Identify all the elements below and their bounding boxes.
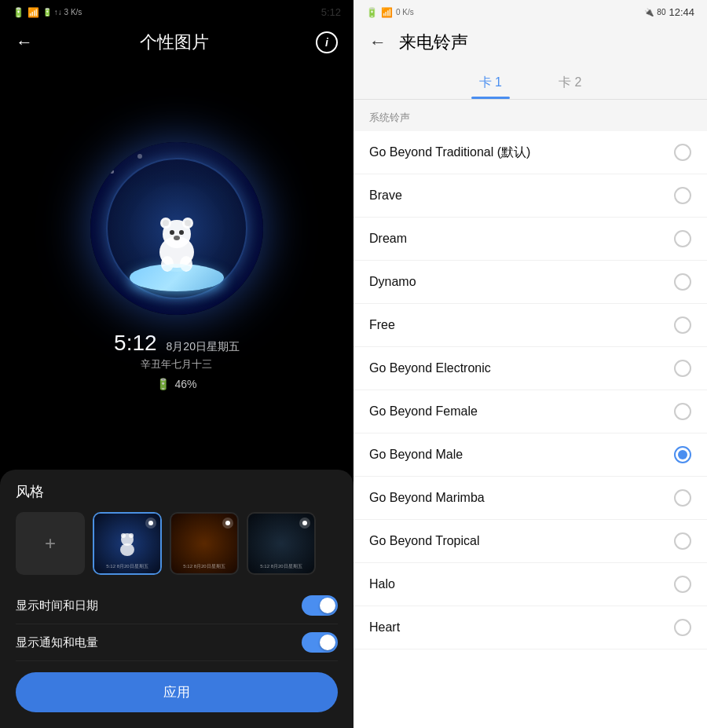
svg-point-6 — [170, 230, 174, 235]
right-status-left: 🔋 📶 0 K/s — [366, 7, 414, 18]
style-thumbnails: + 5:12 8月20日星期五 — [16, 512, 338, 575]
thumb-dot-3 — [299, 518, 310, 529]
radio-btn-6[interactable] — [674, 403, 691, 420]
battery-percentage: 46% — [174, 378, 196, 390]
right-status-time: 🔌 80 12:44 — [644, 6, 694, 18]
bear-svg — [145, 201, 208, 272]
left-back-button[interactable]: ← — [16, 32, 33, 53]
tabs-bar: 卡 1 卡 2 — [354, 64, 707, 100]
svg-point-15 — [120, 543, 134, 556]
wallpaper-preview: 5:12 8月20日星期五 辛丑年七月十三 🔋 46% — [0, 64, 354, 470]
thumb-selected-dot-1 — [145, 518, 156, 529]
left-status-time: 5:12 — [321, 6, 341, 18]
left-status-left: 🔋 📶 🔋 ↑↓ 3 K/s — [13, 7, 82, 18]
style-thumb-2[interactable]: 5:12 8月20日星期五 — [170, 512, 239, 575]
ringtone-item-0[interactable]: Go Beyond Traditional (默认) — [354, 131, 707, 174]
ringtone-item-9[interactable]: Go Beyond Tropical — [354, 520, 707, 563]
left-panel: 🔋 📶 🔋 ↑↓ 3 K/s 5:12 ← 个性图片 i — [0, 0, 354, 728]
svg-point-7 — [179, 230, 184, 235]
thumb-bear-icon — [115, 530, 139, 558]
bear-circle-bg — [90, 142, 263, 315]
toggle-show-time: 显示时间和日期 — [16, 587, 338, 624]
bottom-panel: 风格 + 5:12 8月20日星期五 — [0, 470, 354, 728]
radio-btn-8[interactable] — [674, 489, 691, 507]
right-back-button[interactable]: ← — [369, 32, 386, 53]
battery-icon-left: 🔋 — [13, 7, 24, 18]
radio-btn-11[interactable] — [674, 619, 691, 636]
tab-card-2[interactable]: 卡 2 — [546, 70, 594, 99]
speed-text-right: 0 K/s — [396, 8, 414, 16]
tab-card-1[interactable]: 卡 1 — [467, 70, 515, 99]
svg-point-4 — [163, 220, 169, 226]
right-page-title: 来电铃声 — [399, 31, 468, 54]
ringtone-item-11[interactable]: Heart — [354, 606, 707, 649]
left-status-bar: 🔋 📶 🔋 ↑↓ 3 K/s 5:12 — [0, 0, 354, 24]
charge-icon: 🔌 — [644, 8, 654, 16]
style-thumb-3[interactable]: 5:12 8月20日星期五 — [247, 512, 316, 575]
radio-btn-4[interactable] — [674, 316, 691, 334]
ringtone-item-8[interactable]: Go Beyond Marimba — [354, 477, 707, 520]
clock-area: 5:12 8月20日星期五 辛丑年七月十三 🔋 46% — [114, 331, 240, 390]
bear-illustration — [90, 142, 263, 315]
ringtone-item-7[interactable]: Go Beyond Male — [354, 434, 707, 477]
right-panel: 🔋 📶 0 K/s 🔌 80 12:44 ← 来电铃声 卡 1 卡 2 系统铃声… — [354, 0, 707, 728]
toggle-time-label: 显示时间和日期 — [16, 598, 98, 613]
ringtone-item-2[interactable]: Dream — [354, 218, 707, 261]
radio-btn-0[interactable] — [674, 144, 691, 161]
add-style-button[interactable]: + — [16, 512, 85, 575]
star3 — [137, 154, 142, 159]
style-section-label: 风格 — [16, 482, 338, 501]
plus-icon: + — [45, 532, 56, 554]
ringtone-list: Go Beyond Traditional (默认) Brave Dream D… — [354, 131, 707, 728]
ringtone-item-5[interactable]: Go Beyond Electronic — [354, 347, 707, 390]
ringtone-item-10[interactable]: Halo — [354, 563, 707, 606]
right-header: ← 来电铃声 — [354, 24, 707, 64]
ringtone-item-1[interactable]: Brave — [354, 174, 707, 218]
wifi-icon-right: 📶 — [381, 7, 393, 18]
ringtone-item-6[interactable]: Go Beyond Female — [354, 390, 707, 434]
svg-point-13 — [121, 533, 126, 538]
battery-pct-right: 80 — [657, 8, 665, 16]
apply-button[interactable]: 应用 — [16, 672, 338, 712]
clock-time: 5:12 — [114, 331, 157, 356]
thumb-dot-2 — [222, 518, 233, 529]
speed-text: 🔋 ↑↓ 3 K/s — [42, 8, 82, 16]
star2 — [110, 170, 114, 174]
info-button[interactable]: i — [316, 31, 338, 53]
radio-btn-9[interactable] — [674, 532, 691, 550]
toggle-notification-switch[interactable] — [302, 632, 338, 653]
radio-btn-1[interactable] — [674, 187, 691, 204]
star1 — [233, 158, 240, 164]
clock-lunar: 辛丑年七月十三 — [114, 357, 240, 371]
toggle-show-notification: 显示通知和电量 — [16, 624, 338, 661]
radio-btn-10[interactable] — [674, 576, 691, 593]
style-thumb-1[interactable]: 5:12 8月20日星期五 — [93, 512, 162, 575]
battery-icon-right: 🔋 — [366, 7, 378, 18]
ringtone-item-3[interactable]: Dynamo — [354, 261, 707, 304]
left-header: ← 个性图片 i — [0, 24, 354, 64]
ringtone-item-4[interactable]: Free — [354, 304, 707, 347]
clock-date: 8月20日星期五 — [167, 340, 240, 354]
battery-indicator: 🔋 — [156, 378, 170, 390]
signal-icon-left: 📶 — [27, 7, 39, 18]
radio-btn-5[interactable] — [674, 360, 691, 377]
radio-btn-3[interactable] — [674, 273, 691, 291]
right-time: 12:44 — [669, 6, 694, 18]
svg-point-14 — [129, 533, 134, 538]
left-page-title: 个性图片 — [140, 31, 209, 54]
section-label-system: 系统铃声 — [354, 100, 707, 131]
svg-point-11 — [163, 264, 191, 272]
radio-btn-2[interactable] — [674, 230, 691, 247]
toggle-time-switch[interactable] — [302, 595, 338, 616]
toggle-notification-label: 显示通知和电量 — [16, 635, 98, 650]
radio-btn-7[interactable] — [674, 446, 691, 463]
svg-point-8 — [174, 236, 180, 240]
right-status-bar: 🔋 📶 0 K/s 🔌 80 12:44 — [354, 0, 707, 24]
svg-point-5 — [185, 220, 191, 226]
